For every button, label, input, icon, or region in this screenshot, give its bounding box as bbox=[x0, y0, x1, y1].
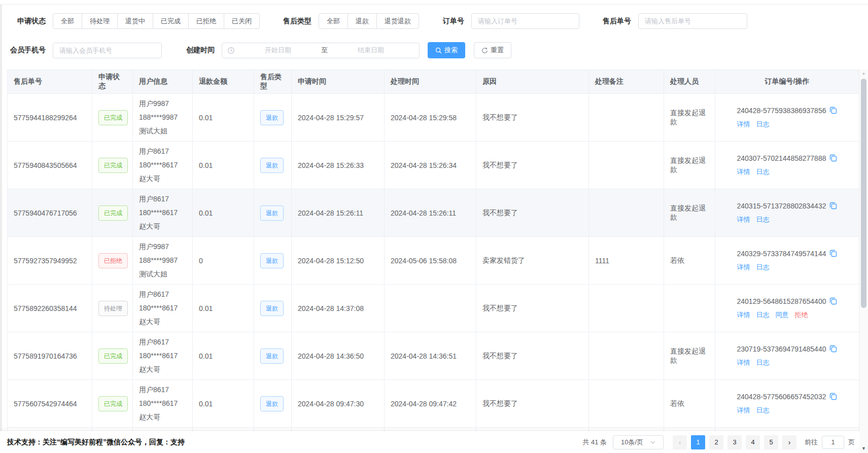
cell-status: 已完成 bbox=[92, 94, 133, 142]
action-link-日志[interactable]: 日志 bbox=[756, 359, 770, 366]
start-date-placeholder[interactable]: 开始日期 bbox=[235, 46, 321, 55]
order-line: 240428-5775606657452032 bbox=[737, 393, 838, 401]
type-filter-label: 售后类型 bbox=[280, 17, 311, 26]
phone-input[interactable] bbox=[53, 43, 162, 58]
refresh-icon bbox=[481, 47, 488, 54]
status-option-已完成[interactable]: 已完成 bbox=[153, 13, 189, 29]
table-row: 5775927357949952 已拒绝 用户9987188****9987测试… bbox=[8, 237, 859, 285]
status-badge: 待处理 bbox=[98, 301, 128, 316]
copy-icon[interactable] bbox=[829, 202, 837, 210]
column-header-9: 处理备注 bbox=[589, 70, 664, 94]
order-block: 240428-5775606657452032 详情日志 bbox=[737, 393, 838, 415]
status-option-退货中[interactable]: 退货中 bbox=[117, 13, 153, 29]
column-header-8: 原因 bbox=[476, 70, 589, 94]
cell-handler: 直接发起退款 bbox=[664, 142, 715, 189]
order-block: 240329-5733784749574144 详情日志 bbox=[737, 250, 838, 272]
cell-service-no: 5775927357949952 bbox=[8, 237, 92, 285]
cell-reason: 我不想要了 bbox=[476, 332, 589, 380]
action-link-日志[interactable]: 日志 bbox=[756, 168, 770, 176]
action-link-同意[interactable]: 同意 bbox=[776, 311, 789, 319]
page-button-4[interactable]: 4 bbox=[746, 435, 760, 449]
cell-order: 230719-5373694791485440 详情日志 bbox=[715, 332, 859, 380]
action-link-详情[interactable]: 详情 bbox=[737, 263, 750, 271]
cell-reason: 我不想要了 bbox=[476, 142, 589, 189]
type-badge: 退款 bbox=[260, 205, 284, 221]
end-date-placeholder[interactable]: 结束日期 bbox=[328, 46, 414, 55]
table-row: 5775940843505664 已完成 用户8617180****8617赵大… bbox=[8, 142, 859, 189]
column-header-11: 订单编号/操作 bbox=[715, 70, 859, 94]
column-header-7: 处理时间 bbox=[385, 70, 476, 94]
copy-icon[interactable] bbox=[829, 107, 837, 114]
copy-icon[interactable] bbox=[829, 393, 837, 400]
scroll-up-arrow-icon[interactable]: ▲ bbox=[859, 71, 868, 76]
type-badge: 退款 bbox=[260, 396, 284, 411]
order-block: 240129-5648615287654400 详情日志同意拒绝 bbox=[737, 297, 838, 320]
user-info: 用户8617180****8617赵大哥 bbox=[139, 145, 186, 186]
cell-handle-time bbox=[385, 285, 476, 332]
status-option-待处理[interactable]: 待处理 bbox=[82, 13, 118, 29]
action-link-详情[interactable]: 详情 bbox=[737, 406, 750, 414]
cell-status: 已完成 bbox=[92, 189, 133, 237]
vertical-scrollbar[interactable]: ▲ ▼ bbox=[859, 69, 868, 453]
cell-apply-time: 2024-04-28 14:37:08 bbox=[292, 285, 385, 332]
phone-label: 会员手机号 bbox=[0, 46, 46, 55]
cell-handler: 直接发起退款 bbox=[664, 94, 715, 142]
cell-status: 已完成 bbox=[92, 142, 133, 189]
page-button-2[interactable]: 2 bbox=[709, 435, 723, 449]
cell-status: 待处理 bbox=[92, 285, 133, 332]
type-option-退货退款[interactable]: 退货退款 bbox=[376, 13, 419, 29]
action-link-详情[interactable]: 详情 bbox=[737, 168, 750, 176]
cell-refund-amount: 0.01 bbox=[193, 285, 254, 332]
column-header-1: 售后单号 bbox=[8, 70, 92, 94]
action-links: 详情日志 bbox=[737, 167, 838, 177]
action-link-日志[interactable]: 日志 bbox=[756, 216, 770, 223]
action-link-详情[interactable]: 详情 bbox=[737, 216, 750, 223]
goto-page-input[interactable] bbox=[822, 436, 844, 449]
date-range-picker[interactable]: 开始日期 至 结束日期 bbox=[222, 43, 420, 58]
copy-icon[interactable] bbox=[829, 345, 837, 353]
action-link-拒绝[interactable]: 拒绝 bbox=[795, 311, 808, 319]
action-link-日志[interactable]: 日志 bbox=[756, 406, 770, 414]
cell-refund-amount: 0 bbox=[193, 237, 254, 285]
action-link-日志[interactable]: 日志 bbox=[756, 263, 770, 271]
cell-handle-time: 2024-04-28 15:26:11 bbox=[385, 189, 476, 237]
service-no-input[interactable] bbox=[638, 13, 747, 29]
cell-order: 240428-5775606657452032 详情日志 bbox=[715, 380, 859, 428]
cell-handler: 直接发起退款 bbox=[664, 332, 715, 380]
type-option-退款[interactable]: 退款 bbox=[348, 13, 377, 29]
cell-order: 240329-5733784749574144 详情日志 bbox=[715, 237, 859, 285]
status-option-已关闭[interactable]: 已关闭 bbox=[224, 13, 260, 29]
cell-refund-amount: 0.01 bbox=[193, 94, 254, 142]
footer-bar: 技术支持：关注“编写美好前程”微信公众号，回复：支持 共 41 条 10条/页 … bbox=[0, 431, 868, 453]
cell-user-info: 用户8617180****8617赵大哥 bbox=[133, 380, 193, 428]
action-link-日志[interactable]: 日志 bbox=[756, 311, 770, 319]
action-link-详情[interactable]: 详情 bbox=[737, 311, 750, 319]
order-no-label: 订单号 bbox=[440, 17, 464, 26]
scrollbar-thumb[interactable] bbox=[861, 79, 866, 308]
cell-reason: 我不想要了 bbox=[476, 189, 589, 237]
order-no-input[interactable] bbox=[471, 13, 579, 29]
cell-handle-time: 2024-04-28 15:26:34 bbox=[385, 142, 476, 189]
cell-remark bbox=[589, 380, 664, 428]
type-badge: 退款 bbox=[260, 253, 284, 268]
status-option-已拒绝[interactable]: 已拒绝 bbox=[188, 13, 224, 29]
copy-icon[interactable] bbox=[829, 250, 837, 257]
page-button-3[interactable]: 3 bbox=[727, 435, 742, 449]
reset-button[interactable]: 重置 bbox=[474, 42, 511, 58]
next-page-button[interactable]: › bbox=[782, 435, 796, 449]
page-button-1[interactable]: 1 bbox=[691, 435, 705, 449]
search-button[interactable]: 搜索 bbox=[428, 42, 465, 58]
copy-icon[interactable] bbox=[829, 297, 837, 305]
order-line: 240315-5713728802834432 bbox=[737, 202, 838, 210]
action-link-详情[interactable]: 详情 bbox=[737, 120, 750, 128]
prev-page-button[interactable]: ‹ bbox=[673, 435, 687, 449]
page-button-5[interactable]: 5 bbox=[764, 435, 778, 449]
copy-icon[interactable] bbox=[829, 154, 837, 162]
order-block: 240428-5775938386937856 详情日志 bbox=[737, 107, 838, 129]
action-link-日志[interactable]: 日志 bbox=[756, 120, 770, 128]
scroll-down-arrow-icon[interactable]: ▼ bbox=[859, 446, 868, 451]
type-option-全部[interactable]: 全部 bbox=[319, 13, 348, 29]
page-size-select[interactable]: 10条/页 bbox=[613, 435, 664, 449]
status-option-全部[interactable]: 全部 bbox=[53, 13, 82, 29]
action-link-详情[interactable]: 详情 bbox=[737, 359, 750, 366]
